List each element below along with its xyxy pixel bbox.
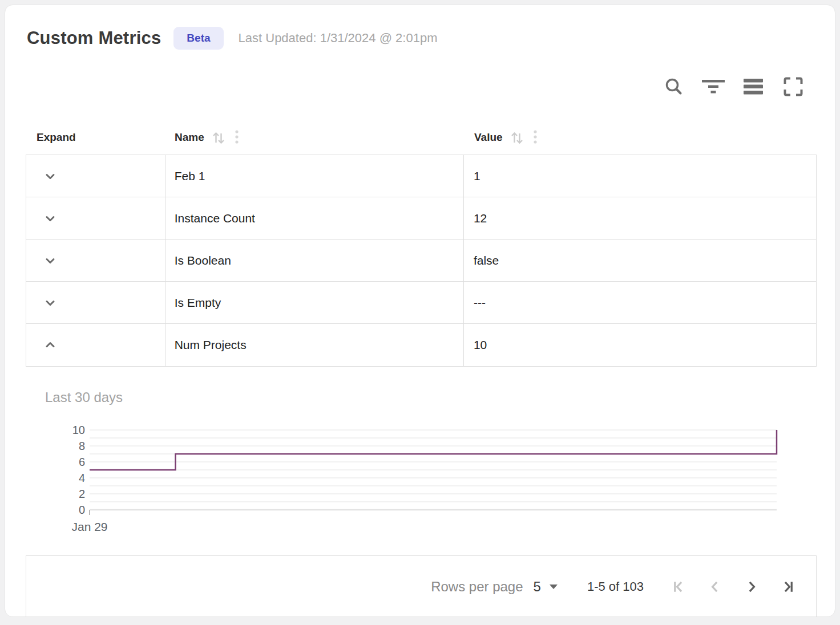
chevron-left-icon: [706, 578, 724, 595]
column-header-value[interactable]: Value: [464, 129, 817, 145]
expand-cell: [26, 282, 165, 323]
density-button[interactable]: [741, 75, 765, 99]
column-menu-icon[interactable]: [532, 129, 538, 145]
table-row[interactable]: Instance Count 12: [26, 197, 816, 240]
y-axis-tick-label: 10: [72, 424, 85, 436]
beta-badge: Beta: [173, 27, 223, 50]
rows-per-page-select[interactable]: 5: [534, 579, 541, 595]
metric-name-cell: Instance Count: [165, 197, 463, 239]
y-axis-tick-label: 2: [79, 488, 85, 500]
table-body: Feb 1 1 Instance Count 12 Is Boolean fal…: [26, 155, 817, 367]
chevron-down-icon: [42, 337, 58, 353]
table-row[interactable]: Feb 1 1: [26, 155, 816, 197]
table-row[interactable]: Is Boolean false: [26, 240, 816, 282]
expand-toggle-button[interactable]: [42, 210, 58, 226]
column-label: Value: [474, 131, 503, 144]
metric-name-cell: Is Boolean: [165, 240, 463, 281]
metric-name-cell: Is Empty: [165, 282, 463, 323]
rows-per-page-label: Rows per page: [431, 579, 523, 595]
pagination-range: 1-5 of 103: [587, 579, 644, 594]
next-page-button[interactable]: [743, 578, 760, 595]
expand-toggle-button[interactable]: [42, 168, 58, 184]
metric-value-cell: 10: [463, 324, 816, 366]
rows-per-page-caret[interactable]: [550, 585, 558, 589]
expand-toggle-button[interactable]: [42, 295, 58, 311]
sort-icon[interactable]: [211, 130, 226, 145]
table-toolbar: [661, 75, 805, 99]
first-page-icon: [670, 578, 687, 595]
filter-icon: [701, 77, 725, 96]
column-label: Expand: [37, 131, 76, 144]
first-page-button[interactable]: [670, 578, 687, 595]
column-header-expand: Expand: [26, 131, 165, 144]
metric-value-cell: false: [463, 240, 816, 281]
x-axis-tick-label: Jan 29: [71, 520, 107, 533]
y-axis-tick-label: 0: [79, 504, 85, 516]
last-updated-text: Last Updated: 1/31/2024 @ 2:01pm: [239, 31, 438, 46]
chevron-down-icon: [42, 253, 58, 269]
chart-title: Last 30 days: [45, 389, 123, 405]
metric-history-chart: 0246810Jan 29: [69, 421, 788, 541]
table-footer: Rows per page 5 1-5 of 103: [26, 555, 817, 617]
pagination-nav: [670, 578, 797, 595]
metric-name-cell: Feb 1: [165, 155, 463, 197]
caret-down-icon: [550, 585, 558, 589]
card-header: Custom Metrics Beta Last Updated: 1/31/2…: [27, 27, 437, 50]
table-header-row: Expand Name Value: [26, 120, 817, 155]
column-menu-icon[interactable]: [234, 129, 240, 145]
column-header-name[interactable]: Name: [165, 129, 464, 145]
sort-icon[interactable]: [510, 130, 524, 145]
search-icon: [663, 76, 684, 97]
y-axis-tick-label: 8: [79, 440, 85, 452]
metric-value-cell: 1: [463, 155, 816, 197]
y-axis-tick-label: 6: [79, 456, 85, 468]
column-label: Name: [175, 131, 204, 144]
metric-name-cell: Num Projects: [165, 324, 463, 366]
metric-line-series: [90, 430, 777, 470]
metric-value-cell: 12: [463, 197, 816, 239]
previous-page-button[interactable]: [706, 578, 724, 595]
chevron-down-icon: [42, 295, 58, 311]
expand-cell: [26, 197, 165, 239]
chevron-down-icon: [42, 168, 58, 184]
fullscreen-icon: [784, 77, 803, 96]
metric-value-cell: ---: [463, 282, 816, 323]
density-icon: [744, 79, 763, 95]
last-page-icon: [780, 578, 797, 595]
expand-cell: [26, 240, 165, 281]
table-row[interactable]: Num Projects 10: [26, 324, 816, 366]
filter-button[interactable]: [701, 75, 725, 99]
expand-toggle-button[interactable]: [42, 337, 58, 353]
table-row[interactable]: Is Empty ---: [26, 282, 816, 324]
expand-toggle-button[interactable]: [42, 253, 58, 269]
custom-metrics-card: Custom Metrics Beta Last Updated: 1/31/2…: [5, 5, 835, 617]
expand-cell: [26, 155, 165, 197]
y-axis-tick-label: 4: [79, 472, 85, 484]
chevron-down-icon: [42, 210, 58, 226]
page-title: Custom Metrics: [27, 28, 161, 48]
chevron-right-icon: [743, 578, 760, 595]
fullscreen-button[interactable]: [781, 75, 805, 99]
search-button[interactable]: [661, 75, 685, 99]
last-page-button[interactable]: [780, 578, 797, 595]
expand-cell: [26, 324, 165, 366]
